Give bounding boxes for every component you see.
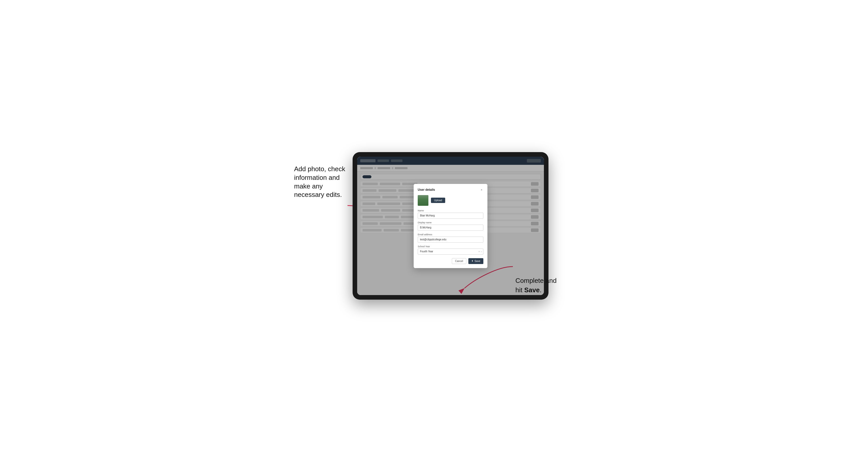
- cancel-button[interactable]: Cancel: [452, 258, 466, 264]
- user-photo-image: [418, 195, 428, 206]
- email-input[interactable]: [418, 237, 483, 243]
- school-year-field-group: School Year First Year Second Year Third…: [418, 245, 483, 255]
- select-icons: × ⌄: [478, 250, 482, 253]
- photo-section: Upload: [418, 195, 483, 206]
- annotation-line3: make any: [294, 182, 323, 190]
- annotation-line2: information and: [294, 174, 340, 181]
- app-background: User details × Upload Name: [357, 157, 544, 295]
- school-year-select-wrapper: First Year Second Year Third Year Fourth…: [418, 249, 483, 255]
- select-clear-button[interactable]: ×: [478, 250, 480, 253]
- annotation-line1: Add photo, check: [294, 165, 345, 173]
- modal-title: User details: [418, 188, 435, 191]
- name-label: Name: [418, 209, 483, 212]
- save-label: Save: [474, 260, 480, 262]
- user-photo-thumbnail: [418, 195, 428, 206]
- modal-close-button[interactable]: ×: [480, 188, 483, 191]
- user-details-modal: User details × Upload Name: [414, 184, 488, 268]
- school-year-label: School Year: [418, 245, 483, 248]
- upload-photo-button[interactable]: Upload: [431, 198, 445, 203]
- email-field-group: Email address: [418, 233, 483, 243]
- scene: Add photo, check information and make an…: [294, 145, 574, 322]
- tablet-device: User details × Upload Name: [352, 152, 549, 300]
- annotation-line4: necessary edits.: [294, 191, 342, 198]
- save-icon: ⬆: [471, 260, 473, 262]
- chevron-down-icon: ⌄: [480, 251, 482, 253]
- save-button[interactable]: ⬆ Save: [468, 258, 483, 264]
- email-label: Email address: [418, 233, 483, 236]
- display-name-field-group: Display name: [418, 221, 483, 231]
- school-year-select[interactable]: First Year Second Year Third Year Fourth…: [418, 249, 483, 255]
- modal-footer: Cancel ⬆ Save: [418, 258, 483, 264]
- modal-overlay: User details × Upload Name: [357, 157, 544, 295]
- name-input[interactable]: [418, 213, 483, 219]
- name-field-group: Name: [418, 209, 483, 219]
- tablet-screen: User details × Upload Name: [357, 157, 544, 295]
- display-name-label: Display name: [418, 221, 483, 224]
- display-name-input[interactable]: [418, 225, 483, 231]
- annotation-left: Add photo, check information and make an…: [294, 165, 352, 199]
- modal-header: User details ×: [418, 188, 483, 191]
